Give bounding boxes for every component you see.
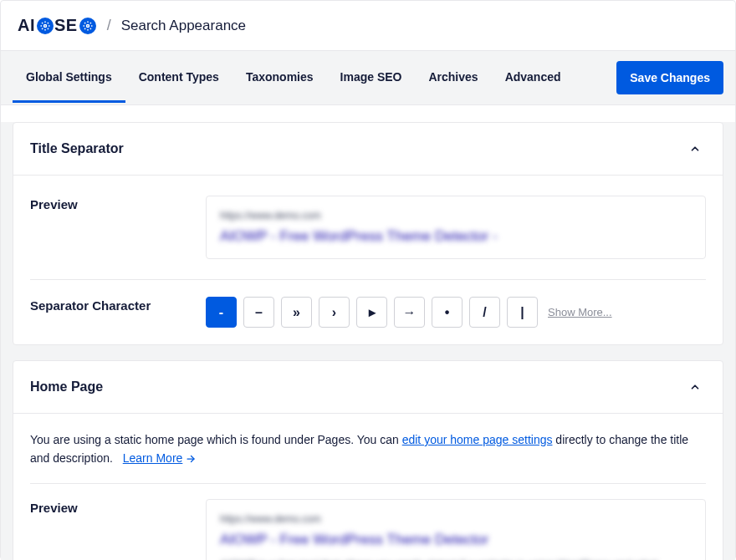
save-button[interactable]: Save Changes xyxy=(616,61,723,94)
preview-label-2: Preview xyxy=(30,499,206,560)
learn-more-link[interactable]: Learn More xyxy=(123,449,197,467)
info-pre: You are using a static home page which i… xyxy=(30,433,402,446)
tabs: Global Settings Content Types Taxonomies… xyxy=(13,53,575,103)
page-title: Search Appearance xyxy=(121,18,246,34)
row-preview-2: Preview https://www.demo.com AIOWP - Fre… xyxy=(30,484,706,560)
tab-global-settings[interactable]: Global Settings xyxy=(13,53,125,103)
separator-dash[interactable]: - xyxy=(206,297,237,328)
row-separator: Separator Character - – » › ▸ → • / | xyxy=(30,280,706,328)
separator-label: Separator Character xyxy=(30,297,206,328)
separator-bullet[interactable]: • xyxy=(432,297,463,328)
chevron-up-icon xyxy=(684,376,706,398)
separator-pipe[interactable]: | xyxy=(507,297,538,328)
separator-raquo[interactable]: » xyxy=(281,297,312,328)
learn-more-label: Learn More xyxy=(123,449,183,467)
tab-archives[interactable]: Archives xyxy=(415,53,491,103)
preview-title: AIOWP - Free WordPress Theme Detector - xyxy=(220,228,692,245)
separator-options: - – » › ▸ → • / | Show More... xyxy=(206,297,706,328)
gear-icon xyxy=(37,18,54,34)
logo-text-1: AI xyxy=(18,16,35,35)
card-home-page: Home Page You are using a static home pa… xyxy=(13,360,723,560)
app-window: AI SE / Search Appearance Global Setting… xyxy=(0,0,736,560)
card-header-home-page[interactable]: Home Page xyxy=(13,361,723,414)
svg-point-0 xyxy=(44,24,47,27)
card-header-title-separator[interactable]: Title Separator xyxy=(13,123,723,176)
chevron-up-icon xyxy=(684,138,706,160)
separator-ndash[interactable]: – xyxy=(243,297,274,328)
card-title-separator: Title Separator Preview https://www.demo… xyxy=(13,122,723,345)
tab-advanced[interactable]: Advanced xyxy=(492,53,575,103)
separator-slash[interactable]: / xyxy=(469,297,500,328)
arrow-right-icon xyxy=(186,454,196,464)
header: AI SE / Search Appearance xyxy=(1,1,735,50)
svg-point-1 xyxy=(86,24,89,27)
info-text: You are using a static home page which i… xyxy=(30,430,706,484)
edit-homepage-link[interactable]: edit your home page settings xyxy=(402,433,553,446)
preview-label: Preview xyxy=(30,196,206,259)
card-title: Home Page xyxy=(30,379,103,395)
separator-triangle[interactable]: ▸ xyxy=(356,297,387,328)
row-preview: Preview https://www.demo.com AIOWP - Fre… xyxy=(30,192,706,280)
preview-box-2: https://www.demo.com AIOWP - Free WordPr… xyxy=(206,499,706,560)
show-more-link[interactable]: Show More... xyxy=(548,306,612,318)
tabbar: Global Settings Content Types Taxonomies… xyxy=(1,50,735,105)
card-body: Preview https://www.demo.com AIOWP - Fre… xyxy=(13,176,723,344)
card-body: You are using a static home page which i… xyxy=(13,414,723,560)
gear-icon-2 xyxy=(79,18,96,34)
tab-content-types[interactable]: Content Types xyxy=(125,53,233,103)
preview-title-2: AIOWP - Free WordPress Theme Detector xyxy=(220,532,692,548)
tab-image-seo[interactable]: Image SEO xyxy=(327,53,416,103)
logo-text-2: SE xyxy=(54,16,78,35)
card-title: Title Separator xyxy=(30,141,124,156)
preview-url-2: https://www.demo.com xyxy=(220,513,692,525)
separator-arrow[interactable]: → xyxy=(394,297,425,328)
breadcrumb-separator: / xyxy=(107,17,111,34)
preview-desc: AIOWP is a free tool that allows you eas… xyxy=(220,557,692,560)
preview-url: https://www.demo.com xyxy=(220,210,692,221)
logo: AI SE xyxy=(18,16,97,35)
content: Title Separator Preview https://www.demo… xyxy=(1,122,735,560)
preview-box: https://www.demo.com AIOWP - Free WordPr… xyxy=(206,196,706,259)
tab-taxonomies[interactable]: Taxonomies xyxy=(233,53,327,103)
separator-rsaquo[interactable]: › xyxy=(319,297,350,328)
